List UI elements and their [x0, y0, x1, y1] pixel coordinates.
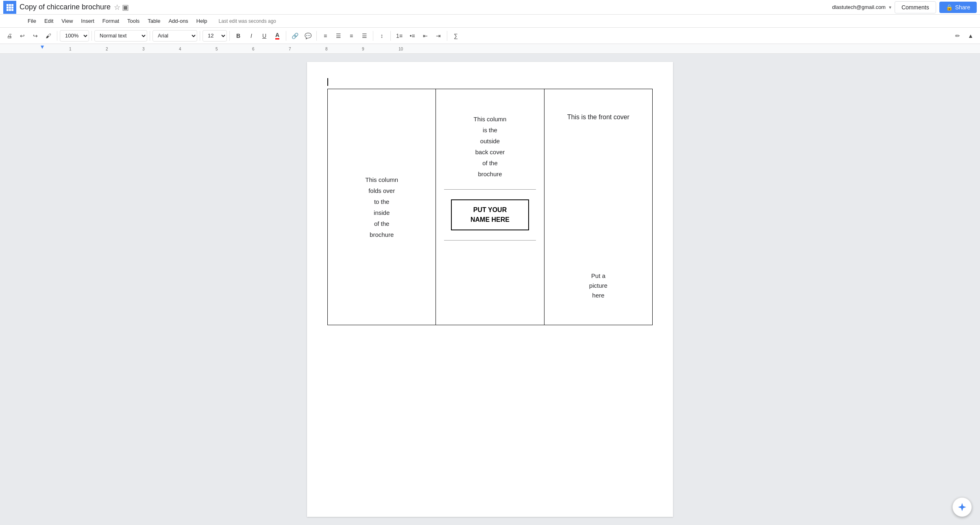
brochure-col1[interactable]: This columnfolds overto theinsideof theb…: [328, 89, 436, 325]
svg-text:2: 2: [106, 47, 108, 51]
align-center-button[interactable]: ☰: [332, 30, 344, 42]
underline-button[interactable]: U: [258, 30, 270, 42]
svg-rect-8: [11, 9, 13, 11]
name-box-text: PUT YOUR NAME HERE: [464, 205, 516, 225]
svg-rect-5: [11, 7, 13, 9]
col2-divider: [444, 189, 536, 190]
brochure-col3[interactable]: This is the front cover Put apicturehere: [544, 89, 652, 325]
menu-edit[interactable]: Edit: [41, 16, 57, 26]
decrease-indent-button[interactable]: ⇤: [419, 30, 431, 42]
separator-5: [229, 31, 230, 41]
italic-button[interactable]: I: [245, 30, 257, 42]
svg-text:10: 10: [399, 47, 403, 51]
brochure-col2[interactable]: This columnis theoutsideback coverof the…: [436, 89, 544, 325]
svg-text:8: 8: [325, 47, 328, 51]
redo-button[interactable]: ↪: [29, 30, 41, 42]
document-title: Copy of chiccarine brochure: [20, 3, 111, 11]
svg-text:7: 7: [289, 47, 291, 51]
comments-button[interactable]: Comments: [895, 1, 936, 13]
svg-rect-9: [0, 44, 980, 54]
col2-top-text: This columnis theoutsideback coverof the…: [474, 114, 507, 179]
folder-icon[interactable]: ▣: [122, 3, 129, 12]
text-color-button[interactable]: A: [271, 30, 283, 42]
bulleted-list-button[interactable]: •≡: [406, 30, 418, 42]
name-box[interactable]: PUT YOUR NAME HERE: [451, 199, 529, 230]
menu-bar: File Edit View Insert Format Tools Table…: [0, 15, 980, 28]
increase-indent-button[interactable]: ⇥: [432, 30, 444, 42]
align-justify-button[interactable]: ☰: [358, 30, 370, 42]
assistant-button[interactable]: [952, 497, 972, 517]
menu-insert[interactable]: Insert: [78, 16, 98, 26]
bold-button[interactable]: B: [232, 30, 244, 42]
star-icon[interactable]: ☆: [114, 3, 120, 12]
separator-10: [447, 31, 447, 41]
ruler: 1 2 3 4 5 6 7 8 9 10: [0, 44, 980, 54]
separator-7: [316, 31, 317, 41]
svg-rect-3: [7, 7, 9, 9]
user-email: dlastutech@gmail.com: [832, 4, 886, 10]
align-right-button[interactable]: ≡: [345, 30, 357, 42]
svg-text:9: 9: [362, 47, 364, 51]
svg-text:5: 5: [216, 47, 218, 51]
comment-inline-button[interactable]: 💬: [302, 30, 314, 42]
share-label: Share: [955, 4, 970, 11]
share-button[interactable]: 🔒 Share: [939, 2, 977, 13]
zoom-selector[interactable]: 100% 75% 125%: [60, 30, 89, 42]
paint-format-button[interactable]: 🖌: [42, 30, 54, 42]
separator-8: [373, 31, 373, 41]
menu-tools[interactable]: Tools: [124, 16, 143, 26]
undo-button[interactable]: ↩: [16, 30, 28, 42]
lock-icon: 🔒: [946, 4, 953, 11]
col1-text: This columnfolds overto theinsideof theb…: [336, 174, 427, 240]
link-button[interactable]: 🔗: [289, 30, 301, 42]
svg-text:6: 6: [252, 47, 255, 51]
text-color-icon: A: [275, 32, 279, 39]
separator-9: [390, 31, 391, 41]
font-size-selector[interactable]: 12 10 14 16: [203, 30, 227, 42]
svg-rect-4: [9, 7, 11, 9]
separator-6: [286, 31, 286, 41]
svg-text:1: 1: [69, 47, 72, 51]
col2-content: This columnis theoutsideback coverof the…: [444, 97, 536, 317]
svg-rect-2: [11, 4, 13, 6]
picture-text: Put apicturehere: [589, 271, 608, 300]
menu-format[interactable]: Format: [99, 16, 122, 26]
brochure-table: This columnfolds overto theinsideof theb…: [327, 89, 653, 325]
separator-1: [57, 31, 57, 41]
svg-rect-6: [7, 9, 9, 11]
dropdown-arrow[interactable]: ▾: [889, 4, 891, 10]
toolbar: 🖨 ↩ ↪ 🖌 100% 75% 125% Normal text Title …: [0, 28, 980, 44]
brochure-row: This columnfolds overto theinsideof theb…: [328, 89, 653, 325]
pen-tool-button[interactable]: ✏: [952, 30, 964, 42]
menu-view[interactable]: View: [58, 16, 76, 26]
last-edit-status: Last edit was seconds ago: [219, 18, 276, 24]
text-style-selector[interactable]: Normal text Title Heading 1: [94, 30, 147, 42]
menu-addons[interactable]: Add-ons: [165, 16, 191, 26]
google-apps-button[interactable]: [3, 1, 16, 14]
col3-content: This is the front cover Put apicturehere: [553, 97, 644, 317]
line-spacing-button[interactable]: ↕: [376, 30, 388, 42]
document-area: This columnfolds overto theinsideof theb…: [0, 54, 980, 525]
page: This columnfolds overto theinsideof theb…: [307, 62, 673, 517]
menu-file[interactable]: File: [24, 16, 39, 26]
print-button[interactable]: 🖨: [3, 30, 15, 42]
menu-help[interactable]: Help: [193, 16, 211, 26]
assistant-icon: [957, 502, 967, 512]
svg-rect-0: [7, 4, 9, 6]
numbered-list-button[interactable]: 1≡: [393, 30, 405, 42]
align-left-button[interactable]: ≡: [319, 30, 331, 42]
svg-text:4: 4: [179, 47, 181, 51]
cursor-area: [327, 78, 653, 85]
formula-button[interactable]: ∑: [450, 30, 462, 42]
top-bar: Copy of chiccarine brochure ☆ ▣ dlastute…: [0, 0, 980, 15]
top-bar-right: dlastutech@gmail.com ▾ Comments 🔒 Share: [832, 1, 977, 13]
separator-2: [91, 31, 92, 41]
separator-3: [150, 31, 150, 41]
font-selector[interactable]: Arial Times New Roman Courier New: [152, 30, 197, 42]
menu-table[interactable]: Table: [144, 16, 163, 26]
separator-4: [200, 31, 200, 41]
col2-divider2: [444, 240, 536, 241]
svg-rect-1: [9, 4, 11, 6]
svg-rect-7: [9, 9, 11, 11]
collapse-toolbar-button[interactable]: ▲: [965, 30, 977, 42]
